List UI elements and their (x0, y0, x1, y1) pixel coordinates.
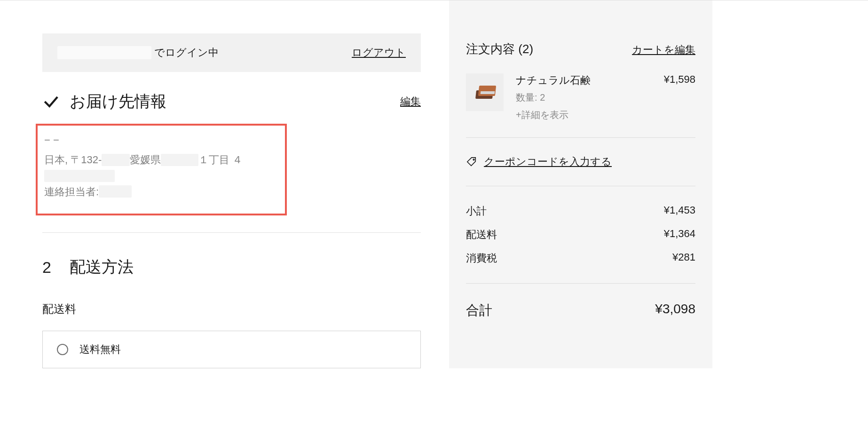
shipping-fee-label: 配送料 (42, 302, 421, 317)
order-summary-panel: 注文内容 (2) カートを編集 ナチュラル石鹸 ¥1,598 数量: 2 (449, 0, 712, 368)
city-redacted (161, 154, 198, 166)
delivery-section-title: お届け先情報 (70, 91, 166, 112)
product-price: ¥1,598 (664, 73, 695, 87)
shipping-section-title: 配送方法 (70, 256, 134, 278)
qty-value: 2 (540, 92, 545, 103)
logout-link[interactable]: ログアウト (352, 46, 406, 60)
address-line: 日本, 〒132- 愛媛県 １丁目 ４ (44, 150, 278, 170)
contact-line: 連絡担当者: (44, 182, 278, 202)
order-summary-title: 注文内容 (466, 42, 515, 56)
subtotal-value: ¥1,453 (664, 204, 695, 218)
more-details-toggle[interactable]: +詳細を表示 (516, 109, 695, 121)
coupon-code-link[interactable]: クーポンコードを入力する (466, 138, 695, 186)
login-status-bar: でログイン中 ログアウト (42, 33, 421, 72)
address-name-line: − − (44, 130, 278, 150)
qty-label: 数量: (516, 92, 540, 103)
user-email-redacted (57, 46, 151, 59)
cart-item: ナチュラル石鹸 ¥1,598 数量: 2 +詳細を表示 (466, 73, 695, 137)
tag-icon (466, 156, 477, 167)
shipping-cost-value: ¥1,364 (664, 228, 695, 242)
shipping-cost-label: 配送料 (466, 228, 497, 242)
subtotal-label: 小計 (466, 204, 487, 218)
order-count: 2 (522, 42, 529, 56)
checkmark-icon (42, 93, 59, 110)
tax-label: 消費税 (466, 251, 497, 265)
grand-total-value: ¥3,098 (655, 302, 695, 319)
section-divider (42, 232, 421, 233)
product-name: ナチュラル石鹸 (516, 73, 591, 87)
edit-cart-link[interactable]: カートを編集 (632, 43, 695, 57)
shipping-option-free[interactable]: 送料無料 (42, 331, 421, 368)
step-number: 2 (42, 258, 59, 277)
logged-in-text: でログイン中 (154, 46, 219, 60)
svg-point-0 (473, 159, 474, 160)
product-thumbnail (466, 73, 504, 111)
shipping-option-label: 送料無料 (79, 342, 121, 357)
delivery-address-box: − − 日本, 〒132- 愛媛県 １丁目 ４ 連絡担当者: (36, 124, 287, 215)
contact-name-redacted (99, 185, 132, 198)
edit-delivery-link[interactable]: 編集 (400, 95, 421, 109)
coupon-text: クーポンコードを入力する (484, 155, 612, 169)
grand-total-label: 合計 (466, 302, 492, 319)
radio-icon (57, 344, 68, 355)
postal-redacted (102, 154, 130, 166)
tax-value: ¥281 (672, 251, 695, 265)
address-extra-redacted (44, 170, 115, 182)
